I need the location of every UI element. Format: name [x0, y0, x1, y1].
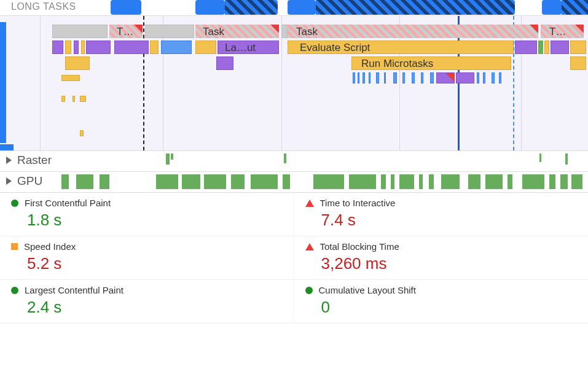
flame-bar[interactable] — [73, 96, 75, 102]
flame-bar[interactable] — [150, 41, 159, 54]
flame-chart[interactable]: T… Task Task T… La…ut Evaluate Script — [0, 16, 588, 151]
gpu-bar[interactable] — [231, 174, 245, 189]
gpu-bar[interactable] — [549, 174, 555, 189]
long-task-bar[interactable] — [111, 0, 141, 15]
long-task-bar[interactable] — [542, 0, 562, 15]
green-icon — [305, 287, 313, 294]
flame-bar[interactable] — [570, 56, 586, 70]
flame-bar[interactable] — [456, 72, 474, 84]
gpu-bar[interactable] — [429, 174, 434, 189]
flame-bar[interactable] — [412, 72, 415, 84]
flame-bar[interactable] — [393, 72, 397, 84]
raster-bar[interactable] — [539, 153, 541, 162]
orange-icon — [11, 243, 18, 250]
flame-bar[interactable] — [430, 72, 434, 84]
gpu-bar[interactable] — [100, 174, 109, 189]
raster-bar[interactable] — [284, 153, 286, 163]
metric-value: 7.4 s — [321, 211, 578, 230]
metric-value: 2.4 s — [27, 298, 283, 317]
metric-card[interactable]: Largest Contentful Paint2.4 s — [0, 280, 294, 324]
long-task-bar[interactable] — [288, 0, 316, 15]
flame-bar[interactable] — [80, 130, 84, 136]
metric-card[interactable]: Time to Interactive7.4 s — [294, 193, 589, 236]
flame-bar[interactable] — [499, 72, 501, 84]
green-icon — [11, 200, 18, 207]
flame-bar[interactable] — [195, 41, 216, 54]
task-bar[interactable] — [281, 25, 288, 38]
flame-bar[interactable] — [216, 56, 233, 70]
task-bar[interactable] — [145, 25, 194, 38]
gpu-bar[interactable] — [381, 174, 386, 189]
gpu-bar[interactable] — [251, 174, 278, 189]
gpu-bar[interactable] — [313, 174, 344, 189]
gpu-bar[interactable] — [560, 174, 568, 189]
metric-card[interactable]: Speed Index5.2 s — [0, 236, 294, 280]
gpu-bar[interactable] — [156, 174, 178, 189]
metric-label: Total Blocking Time — [320, 241, 399, 252]
flame-bar[interactable] — [358, 72, 359, 84]
gpu-row[interactable]: GPU — [0, 172, 588, 193]
gpu-bar[interactable] — [399, 174, 414, 189]
gpu-bar[interactable] — [508, 174, 512, 189]
flame-bar[interactable] — [52, 41, 63, 54]
flame-bar[interactable] — [515, 41, 537, 54]
flame-bar[interactable] — [353, 72, 355, 84]
metric-card[interactable]: First Contentful Paint1.8 s — [0, 193, 294, 236]
flame-bar[interactable] — [436, 72, 455, 84]
flame-bar[interactable] — [570, 41, 586, 54]
raster-bar[interactable] — [565, 153, 568, 165]
long-task-bar[interactable] — [195, 0, 225, 15]
expand-icon[interactable] — [6, 157, 12, 164]
raster-bar[interactable] — [171, 153, 173, 160]
flame-bar[interactable] — [421, 72, 423, 84]
gpu-bar[interactable] — [522, 174, 544, 189]
flame-bar[interactable] — [114, 41, 149, 54]
long-task-bar[interactable] — [316, 0, 515, 15]
metric-value: 1.8 s — [27, 211, 283, 230]
flame-bar[interactable] — [65, 56, 90, 70]
gpu-bar[interactable] — [283, 174, 290, 189]
flame-bar[interactable] — [544, 41, 549, 54]
metric-card[interactable]: Total Blocking Time3,260 ms — [294, 236, 589, 280]
raster-bar[interactable] — [166, 153, 170, 165]
flame-bar[interactable] — [61, 75, 80, 81]
gpu-bar[interactable] — [441, 174, 460, 189]
gpu-bar[interactable] — [571, 174, 582, 189]
raster-row[interactable]: Raster — [0, 151, 588, 172]
flame-bar[interactable] — [538, 41, 543, 54]
flame-left-cap — [0, 144, 14, 150]
gpu-bar[interactable] — [485, 174, 503, 189]
gpu-bar[interactable] — [419, 174, 423, 189]
flame-bar[interactable] — [363, 72, 365, 84]
gpu-bar[interactable] — [349, 174, 376, 189]
flame-bar[interactable] — [86, 41, 111, 54]
metric-card[interactable]: Cumulative Layout Shift0 — [294, 280, 589, 324]
red-icon — [305, 200, 314, 207]
expand-icon[interactable] — [6, 177, 12, 185]
gpu-bar[interactable] — [61, 174, 69, 189]
flame-bar[interactable] — [81, 41, 85, 54]
flame-bar[interactable] — [369, 72, 370, 84]
flame-bar[interactable] — [402, 72, 405, 84]
flame-bar[interactable] — [376, 72, 379, 84]
flame-bar[interactable] — [492, 72, 495, 84]
long-task-bar[interactable] — [225, 0, 278, 15]
gpu-bar[interactable] — [391, 174, 394, 189]
metric-label: First Contentful Paint — [25, 198, 111, 208]
gpu-bar[interactable] — [204, 174, 226, 189]
green-icon — [11, 287, 18, 294]
flame-bar[interactable] — [551, 41, 569, 54]
task-bar[interactable] — [52, 25, 108, 38]
gpu-bar[interactable] — [182, 174, 200, 189]
flame-bar[interactable] — [161, 41, 192, 54]
flame-bar[interactable] — [61, 96, 65, 102]
flame-bar[interactable] — [483, 72, 485, 84]
flame-bar[interactable] — [80, 96, 86, 102]
flame-bar[interactable] — [74, 41, 79, 54]
gpu-bar[interactable] — [468, 174, 480, 189]
flame-bar[interactable] — [65, 41, 71, 54]
flame-bar[interactable] — [477, 72, 479, 84]
long-task-bar[interactable] — [562, 0, 588, 15]
flame-bar[interactable] — [384, 72, 386, 84]
gpu-bar[interactable] — [76, 174, 93, 189]
